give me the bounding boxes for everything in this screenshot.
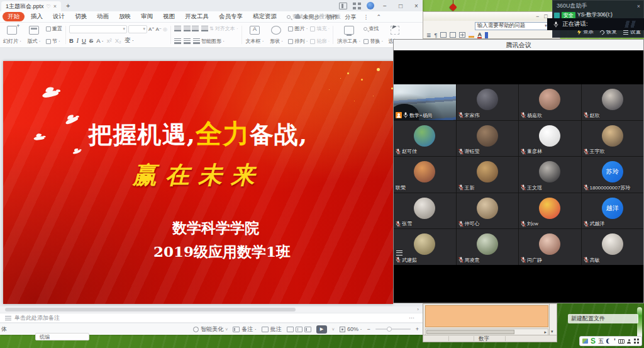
vscroll-down-arrow[interactable]: ▾ [551, 329, 553, 334]
word-minimize-button[interactable]: − [536, 13, 539, 20]
ime-toolbar[interactable]: S 五 ’ [579, 336, 642, 346]
workspace-grid-icon[interactable] [353, 3, 361, 9]
sorter-view-icon[interactable] [296, 327, 303, 332]
text-box-button[interactable]: 文本框 · [244, 24, 266, 46]
tab-close-icon[interactable]: × [53, 3, 57, 9]
section-button[interactable]: 节 · [46, 38, 62, 45]
ribbon-tab-视图[interactable]: 视图 [158, 12, 180, 21]
fill-button[interactable]: 填充 · [310, 25, 330, 32]
slide-layout-button[interactable]: 版式 · [23, 24, 45, 46]
notes-toggle-button[interactable]: 备注 · [233, 325, 257, 334]
strikethrough-button[interactable]: S [89, 37, 93, 44]
align-icons[interactable] [174, 38, 200, 44]
participant-tile[interactable]: 王宇欣 [582, 121, 644, 157]
account-avatar[interactable] [367, 2, 374, 9]
zoom-slider[interactable] [375, 328, 411, 330]
hscroll-right-arrow[interactable]: › [417, 306, 419, 312]
ribbon-tab-插入[interactable]: 插入 [26, 12, 48, 21]
new-slide-button[interactable]: 幻灯片 · [1, 24, 23, 46]
pane-layout-icon[interactable] [339, 3, 347, 9]
new-tab-button[interactable]: + [66, 2, 70, 9]
word-document-page[interactable] [425, 305, 548, 327]
decrease-font-icon[interactable]: A⁻ [155, 26, 162, 32]
half-full-width-icon[interactable] [606, 339, 611, 344]
zoom-in-button[interactable]: + [416, 326, 419, 332]
more-options-icon[interactable]: ⋮ [363, 14, 369, 20]
participant-tile[interactable]: 董彦林 [519, 121, 581, 157]
clear-format-icon[interactable]: ◎ [163, 26, 167, 32]
punctuation-icon[interactable]: ’ [614, 338, 616, 345]
participant-tile[interactable]: 赵欣 [582, 84, 644, 120]
participant-tile[interactable]: 苏玲 18000000007苏玲 [582, 157, 644, 193]
reset-button[interactable]: 重置 [46, 25, 62, 32]
shapes-button[interactable]: 形状 · [265, 24, 287, 46]
ime-skin-icon[interactable] [582, 339, 588, 344]
participant-tile[interactable]: 刘cw [519, 193, 581, 229]
ribbon-tab-动画[interactable]: 动画 [92, 12, 114, 21]
find-button[interactable]: 查找 [364, 25, 383, 32]
font-color-icon[interactable]: A [477, 32, 482, 38]
sogou-logo-icon[interactable]: S [591, 337, 596, 345]
word-vertical-scrollbar[interactable]: ▾ [549, 304, 557, 335]
participant-tile[interactable]: 王新 [457, 157, 519, 193]
zoom-out-button[interactable]: − [367, 326, 370, 332]
italic-button[interactable]: I [77, 38, 79, 44]
subscript-button[interactable]: X₂ [115, 37, 121, 44]
outdent-icon[interactable] [440, 32, 447, 38]
outline-button[interactable]: 轮廓 · [310, 38, 330, 45]
ime-mode-label[interactable]: 五 [598, 337, 604, 345]
participant-tile[interactable]: 武建茹 [394, 229, 456, 265]
help-question-input[interactable]: 输入需要帮助的问题▾ [475, 22, 549, 30]
bullet-list-icon[interactable] [174, 26, 191, 31]
wps-minimize-button[interactable]: − [380, 3, 390, 9]
participant-tile[interactable]: 宋家伟 [457, 84, 519, 120]
horizontal-scrollbar[interactable]: › [0, 306, 423, 313]
word-hscroll-thumb[interactable] [426, 330, 514, 334]
present-tools-button[interactable]: 演示工具 · [335, 24, 362, 46]
ribbon-tab-放映[interactable]: 放映 [114, 12, 136, 21]
font-size-select[interactable] [128, 25, 147, 33]
ribbon-tab-设计[interactable]: 设计 [48, 12, 70, 21]
share-button[interactable]: 分享 [345, 13, 356, 21]
underline-button[interactable]: U [82, 37, 86, 44]
indent-icons[interactable] [192, 26, 208, 31]
smart-graphic-button[interactable]: 智能图形 · [201, 38, 225, 45]
zoom-slider-thumb[interactable] [387, 327, 392, 332]
bold-button[interactable]: B [69, 37, 74, 44]
favorite-icon[interactable]: ♡ [47, 4, 51, 9]
font-family-select[interactable] [69, 25, 127, 33]
collaborate-button[interactable]: 协作 [326, 13, 338, 21]
sync-status[interactable]: 未同步 [295, 13, 319, 21]
numbering-icon[interactable]: ≣ [426, 32, 431, 38]
normal-view-icon[interactable] [287, 327, 294, 332]
text-effect-button[interactable]: 变 · [125, 36, 134, 45]
slideshow-play-button[interactable]: ▶ [316, 325, 327, 334]
increase-font-icon[interactable]: A⁺ [148, 26, 155, 32]
replace-button[interactable]: 替换 · [364, 38, 383, 45]
reading-view-icon[interactable] [304, 327, 311, 332]
participant-tile[interactable]: 越洋 武越洋 [582, 193, 644, 229]
meeting-titlebar[interactable]: 腾讯会议 [394, 40, 643, 50]
ribbon-tab-开发工具[interactable]: 开发工具 [180, 12, 214, 21]
ribbon-tab-会员专享[interactable]: 会员专享 [214, 12, 248, 21]
ime-account-icon[interactable] [627, 339, 631, 344]
word-hscroll-arrow[interactable]: ▸ [544, 330, 547, 335]
comments-button[interactable]: 批注 [262, 325, 282, 334]
fit-zoom-button[interactable]: 60% · [340, 326, 362, 332]
participant-tile[interactable]: 数学+杨尚 [394, 84, 456, 120]
wps-maximize-button[interactable]: □ [396, 3, 406, 9]
collapse-ribbon-icon[interactable]: ⌃ [376, 14, 381, 20]
font-color-button[interactable]: A · [96, 37, 104, 44]
participant-tile[interactable]: 高敏 [582, 229, 644, 265]
arrange-button[interactable]: 排列 · [288, 38, 308, 45]
highlight-icon[interactable] [469, 32, 474, 38]
participant-tile[interactable]: 闫广静 [519, 229, 581, 265]
slide-canvas[interactable]: 把握机遇,全力备战, 赢在未来 数学科学学院 2019级应用数学1班 [3, 61, 393, 304]
insert-picture-button[interactable]: 图片 · [288, 25, 308, 32]
participant-tile[interactable]: 王文瑶 [519, 157, 581, 193]
line-spacing-icon[interactable]: ⇅ [209, 26, 214, 31]
ribbon-tab-稿定资源[interactable]: 稿定资源 [248, 12, 282, 21]
notes-bar[interactable]: 单击此处添加备注 ⋯ [0, 313, 423, 323]
participant-tile[interactable]: 杨嘉欣 [519, 84, 581, 120]
ime-menu-icon[interactable] [634, 339, 639, 344]
